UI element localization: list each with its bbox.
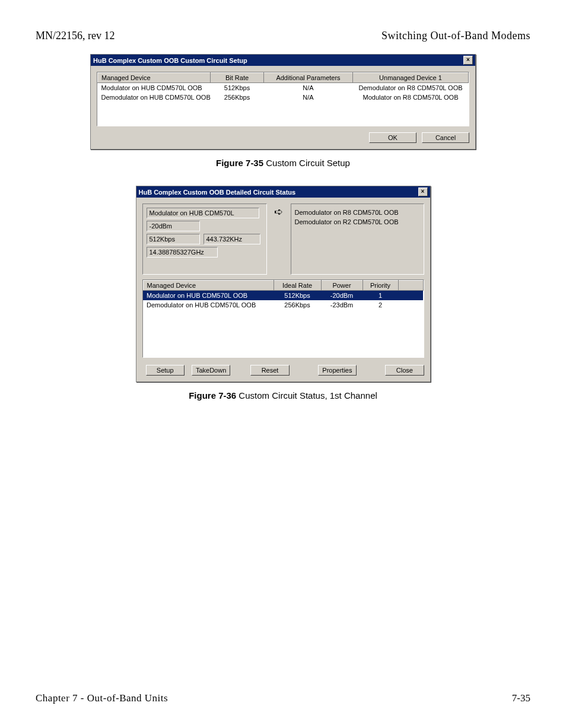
table-row[interactable]: Modulator on HUB CDM570L OOB 512Kbps -20… bbox=[143, 291, 423, 301]
footer-chapter: Chapter 7 - Out-of-Band Units bbox=[36, 692, 168, 704]
col-priority[interactable]: Priority bbox=[363, 281, 398, 291]
col-additional-params[interactable]: Additional Parameters bbox=[264, 73, 353, 83]
page-footer: Chapter 7 - Out-of-Band Units 7-35 bbox=[36, 692, 530, 704]
demod-line-1: Demodulator on R8 CDM570L OOB bbox=[295, 208, 420, 217]
cancel-button[interactable]: Cancel bbox=[422, 132, 469, 143]
rate-field: 512Kbps bbox=[147, 234, 200, 244]
properties-button[interactable]: Properties bbox=[318, 365, 357, 376]
cell-bitrate: 256Kbps bbox=[211, 93, 264, 102]
khz-field: 443.732KHz bbox=[203, 234, 260, 244]
dialog2-title: HuB Complex Custom OOB Detailed Circuit … bbox=[139, 189, 296, 196]
modulator-details-panel: Modulator on HUB CDM570L -20dBm 512Kbps … bbox=[142, 204, 267, 275]
page-header: MN/22156, rev 12 Switching Out-of-Band M… bbox=[36, 30, 530, 42]
demod-line-2: Demodulator on R2 CDM570L OOB bbox=[295, 217, 420, 227]
cell-power: -23dBm bbox=[321, 300, 363, 310]
cell-priority: 2 bbox=[363, 300, 398, 310]
col-ideal-rate[interactable]: Ideal Rate bbox=[274, 281, 321, 291]
cell-priority: 1 bbox=[363, 291, 398, 301]
figure-7-36-caption: Figure 7-36 Custom Circuit Status, 1st C… bbox=[36, 390, 530, 400]
detailed-circuit-status-dialog: HuB Complex Custom OOB Detailed Circuit … bbox=[136, 186, 431, 382]
caption-number: Figure 7-36 bbox=[189, 390, 236, 400]
cell-power: -20dBm bbox=[321, 291, 363, 301]
cell-unmanaged: Modulator on R8 CDM570L OOB bbox=[353, 93, 469, 102]
ok-button[interactable]: OK bbox=[369, 132, 416, 143]
col-managed-device[interactable]: Managed Device bbox=[143, 281, 274, 291]
cell-device: Demodulator on HUB CDM570L OOB bbox=[98, 93, 211, 102]
close-icon[interactable]: × bbox=[463, 56, 473, 65]
dialog2-titlebar: HuB Complex Custom OOB Detailed Circuit … bbox=[136, 186, 430, 198]
takedown-button[interactable]: TakeDown bbox=[192, 365, 230, 376]
arrow-right-icon: ➪ bbox=[272, 204, 286, 220]
demodulator-list-panel: Demodulator on R8 CDM570L OOB Demodulato… bbox=[291, 204, 424, 275]
cell-params: N/A bbox=[264, 83, 353, 93]
setup-button[interactable]: Setup bbox=[146, 365, 185, 376]
cell-device: Modulator on HUB CDM570L OOB bbox=[98, 83, 211, 93]
table-row[interactable]: Modulator on HUB CDM570L OOB 512Kbps N/A… bbox=[98, 83, 469, 93]
dialog2-table: Managed Device Ideal Rate Power Priority… bbox=[142, 279, 424, 358]
custom-circuit-setup-dialog: HuB Complex Custom OOB Custom Circuit Se… bbox=[90, 54, 476, 150]
close-icon[interactable]: × bbox=[418, 187, 428, 196]
col-unmanaged-device[interactable]: Unmanaged Device 1 bbox=[353, 73, 469, 83]
cell-rate: 512Kbps bbox=[274, 291, 321, 301]
header-doc-id: MN/22156, rev 12 bbox=[36, 30, 115, 42]
caption-text: Custom Circuit Setup bbox=[263, 158, 350, 168]
cell-device: Modulator on HUB CDM570L OOB bbox=[143, 291, 274, 301]
reset-button[interactable]: Reset bbox=[250, 365, 289, 376]
cell-rate: 256Kbps bbox=[274, 300, 321, 310]
cell-unmanaged: Demodulator on R8 CDM570L OOB bbox=[353, 83, 469, 93]
header-section-title: Switching Out-of-Band Modems bbox=[381, 30, 530, 42]
freq-field: 14.388785327GHz bbox=[147, 247, 218, 257]
caption-text: Custom Circuit Status, 1st Channel bbox=[236, 390, 377, 400]
dialog1-titlebar: HuB Complex Custom OOB Custom Circuit Se… bbox=[91, 55, 475, 66]
table-row[interactable]: Demodulator on HUB CDM570L OOB 256Kbps -… bbox=[143, 300, 423, 310]
caption-number: Figure 7-35 bbox=[216, 158, 263, 168]
col-power[interactable]: Power bbox=[321, 281, 363, 291]
table-header-row: Managed Device Bit Rate Additional Param… bbox=[98, 73, 469, 83]
col-blank bbox=[398, 281, 423, 291]
dialog1-title: HuB Complex Custom OOB Custom Circuit Se… bbox=[93, 57, 247, 64]
modulator-name-field: Modulator on HUB CDM570L bbox=[147, 208, 259, 218]
cell-params: N/A bbox=[264, 93, 353, 102]
table-header-row: Managed Device Ideal Rate Power Priority bbox=[143, 281, 423, 291]
col-bit-rate[interactable]: Bit Rate bbox=[211, 73, 264, 83]
power-field: -20dBm bbox=[147, 221, 200, 231]
dialog1-table: Managed Device Bit Rate Additional Param… bbox=[97, 72, 469, 126]
figure-7-35-caption: Figure 7-35 Custom Circuit Setup bbox=[36, 158, 530, 168]
close-button[interactable]: Close bbox=[385, 365, 424, 376]
footer-page-number: 7-35 bbox=[512, 692, 530, 704]
cell-device: Demodulator on HUB CDM570L OOB bbox=[143, 300, 274, 310]
table-row[interactable]: Demodulator on HUB CDM570L OOB 256Kbps N… bbox=[98, 93, 469, 102]
cell-bitrate: 512Kbps bbox=[211, 83, 264, 93]
col-managed-device[interactable]: Managed Device bbox=[98, 73, 211, 83]
